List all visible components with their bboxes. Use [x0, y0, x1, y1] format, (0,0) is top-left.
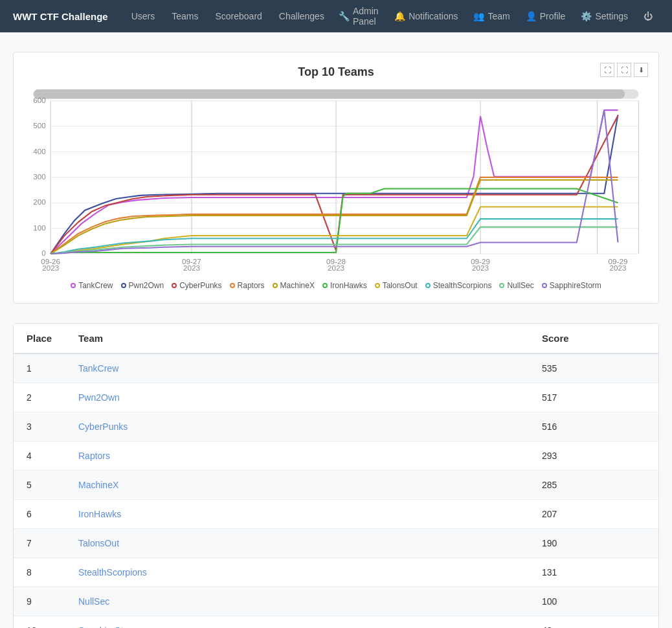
svg-text:2023: 2023 [328, 264, 344, 271]
cell-team[interactable]: TalonsOut [65, 529, 529, 558]
cell-score: 207 [529, 500, 658, 529]
cell-team[interactable]: Raptors [65, 442, 529, 471]
legend-dot-machinex [273, 283, 278, 288]
cell-score: 516 [529, 412, 658, 442]
legend-dot-cyberpunks [172, 283, 177, 288]
nav-settings[interactable]: ⚙️ Settings [574, 0, 634, 32]
legend-label-ironhawks: IronHawks [330, 281, 367, 290]
nav-notifications[interactable]: 🔔 Notifications [388, 0, 464, 32]
nav-scoreboard[interactable]: Scoreboard [207, 0, 269, 32]
chart-legend: TankCrew Pwn2Own CyberPunks Raptors Mach… [27, 276, 645, 290]
legend-label-talonsout: TalonsOut [383, 281, 418, 290]
nav-notifications-label: Notifications [409, 11, 458, 21]
legend-label-pwn2own: Pwn2Own [129, 281, 164, 290]
cell-score: 100 [529, 587, 658, 616]
table-row: 7TalonsOut190 [14, 529, 658, 558]
main-content: Top 10 Teams ⛶ ⛶ ⬇ 0 100 200 300 400 500… [0, 32, 672, 628]
profile-icon: 👤 [526, 11, 537, 21]
cell-score: 40 [529, 616, 658, 629]
table-row: 3CyberPunks516 [14, 412, 658, 442]
chart-title: Top 10 Teams [27, 65, 645, 79]
team-icon: 👥 [473, 11, 484, 21]
cell-place: 1 [14, 353, 65, 383]
nav-settings-label: Settings [595, 11, 628, 21]
nav-right: 🔧 Admin Panel 🔔 Notifications 👥 Team 👤 P… [332, 0, 659, 32]
bell-icon: 🔔 [394, 11, 405, 21]
svg-text:100: 100 [33, 224, 45, 232]
nav-profile-label: Profile [540, 11, 566, 21]
legend-dot-stealthscorpions [425, 283, 431, 288]
legend-label-cyberpunks: CyberPunks [179, 281, 221, 290]
nav-logout[interactable]: ⏻ [637, 0, 659, 32]
svg-text:500: 500 [33, 122, 45, 129]
cell-place: 10 [14, 616, 65, 629]
svg-text:2023: 2023 [183, 264, 200, 271]
cell-place: 4 [14, 442, 65, 471]
navbar: WWT CTF Challenge Users Teams Scoreboard… [0, 0, 672, 32]
nav-challenges[interactable]: Challenges [271, 0, 332, 32]
svg-text:2023: 2023 [610, 264, 627, 271]
cell-score: 285 [529, 471, 658, 500]
chart-toolbar: ⛶ ⛶ ⬇ [600, 63, 648, 77]
cell-score: 293 [529, 442, 658, 471]
svg-text:300: 300 [33, 173, 45, 181]
cell-score: 517 [529, 383, 658, 412]
svg-text:2023: 2023 [42, 264, 59, 271]
cell-place: 6 [14, 500, 65, 529]
nav-teams[interactable]: Teams [164, 0, 206, 32]
legend-dot-nullsec [499, 283, 504, 288]
cell-team[interactable]: SapphireStorm [65, 616, 529, 629]
chart-zoom-in-btn[interactable]: ⛶ [600, 63, 614, 77]
legend-label-stealthscorpions: StealthScorpions [433, 281, 492, 290]
chart-zoom-out-btn[interactable]: ⛶ [617, 63, 631, 77]
cell-place: 2 [14, 383, 65, 412]
cell-team[interactable]: TankCrew [65, 353, 529, 383]
header-score: Score [529, 324, 658, 353]
nav-admin[interactable]: 🔧 Admin Panel [332, 0, 385, 32]
cell-team[interactable]: NullSec [65, 587, 529, 616]
chart-svg: 0 100 200 300 400 500 600 [27, 89, 645, 271]
cell-team[interactable]: MachineX [65, 471, 529, 500]
table-header-row: Place Team Score [14, 324, 658, 353]
power-icon: ⏻ [644, 11, 653, 21]
gear-icon: ⚙️ [581, 11, 592, 21]
legend-dot-sapphirestorm [542, 283, 547, 288]
legend-label-machinex: MachineX [280, 281, 315, 290]
table-row: 10SapphireStorm40 [14, 616, 658, 629]
legend-dot-ironhawks [322, 283, 328, 288]
legend-raptors: Raptors [230, 281, 265, 290]
svg-rect-1 [34, 89, 625, 99]
cell-team[interactable]: StealthScorpions [65, 558, 529, 587]
legend-talonsout: TalonsOut [375, 281, 418, 290]
brand-title: WWT CTF Challenge [13, 11, 108, 22]
wrench-icon: 🔧 [339, 11, 350, 21]
table-row: 4Raptors293 [14, 442, 658, 471]
cell-team[interactable]: Pwn2Own [65, 383, 529, 412]
legend-label-tankcrew: TankCrew [78, 281, 113, 290]
table-row: 8StealthScorpions131 [14, 558, 658, 587]
svg-text:400: 400 [33, 148, 45, 155]
cell-team[interactable]: IronHawks [65, 500, 529, 529]
legend-label-raptors: Raptors [238, 281, 265, 290]
svg-text:600: 600 [33, 96, 45, 104]
nav-admin-label: Admin Panel [353, 6, 379, 27]
svg-text:2023: 2023 [472, 264, 489, 271]
legend-machinex: MachineX [273, 281, 315, 290]
scores-table-section: Place Team Score 1TankCrew5352Pwn2Own517… [13, 323, 659, 628]
chart-download-btn[interactable]: ⬇ [634, 63, 648, 77]
table-row: 1TankCrew535 [14, 353, 658, 383]
svg-text:200: 200 [33, 198, 45, 206]
legend-label-sapphirestorm: SapphireStorm [550, 281, 601, 290]
nav-profile[interactable]: 👤 Profile [519, 0, 572, 32]
cell-place: 7 [14, 529, 65, 558]
nav-users[interactable]: Users [124, 0, 163, 32]
cell-score: 190 [529, 529, 658, 558]
legend-dot-tankcrew [71, 283, 76, 288]
legend-dot-talonsout [375, 283, 380, 288]
legend-stealthscorpions: StealthScorpions [425, 281, 492, 290]
cell-team[interactable]: CyberPunks [65, 412, 529, 442]
legend-nullsec: NullSec [499, 281, 533, 290]
nav-team[interactable]: 👥 Team [467, 0, 516, 32]
legend-dot-raptors [230, 283, 235, 288]
header-team: Team [65, 324, 529, 353]
